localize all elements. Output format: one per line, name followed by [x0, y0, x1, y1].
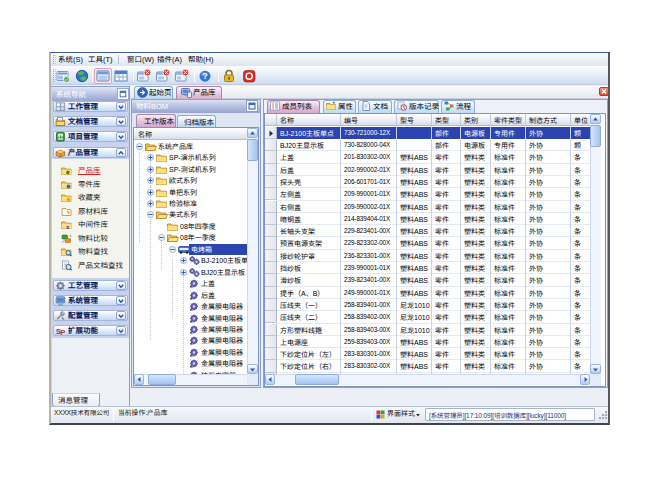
svg-text:?: ?: [202, 71, 207, 81]
svg-text:P: P: [60, 328, 65, 336]
